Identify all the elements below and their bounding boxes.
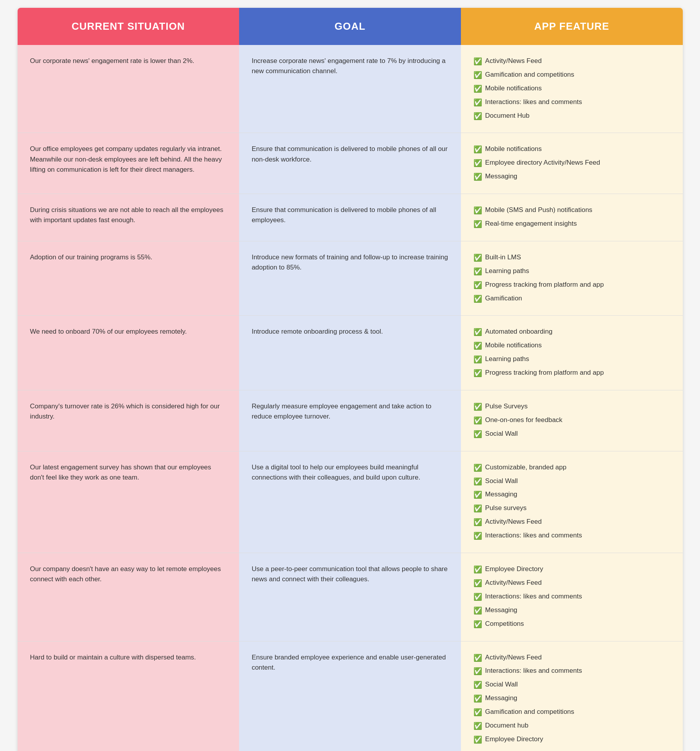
feature-item: ✅Document hub xyxy=(473,720,670,732)
table-row: Adoption of our training programs is 55%… xyxy=(18,241,683,316)
feature-label: Activity/News Feed xyxy=(485,652,542,663)
check-icon: ✅ xyxy=(473,463,482,474)
feature-label: Pulse surveys xyxy=(485,503,527,513)
cell-situation: Hard to build or maintain a culture with… xyxy=(18,641,239,751)
header-goal: GOAL xyxy=(239,8,461,45)
feature-label: Employee directory Activity/News Feed xyxy=(485,158,600,168)
feature-label: Messaging xyxy=(485,693,517,703)
check-icon: ✅ xyxy=(473,368,482,379)
check-icon: ✅ xyxy=(473,605,482,616)
cell-feature: ✅Pulse Surveys✅One-on-ones for feedback✅… xyxy=(461,390,683,451)
feature-item: ✅Learning paths xyxy=(473,266,670,277)
feature-label: Social Wall xyxy=(485,476,518,486)
feature-label: Gamification and competitions xyxy=(485,70,574,80)
check-icon: ✅ xyxy=(473,531,482,542)
feature-label: Mobile notifications xyxy=(485,144,542,154)
check-icon: ✅ xyxy=(473,666,482,677)
check-icon: ✅ xyxy=(473,144,482,155)
cell-situation: We need to onboard 70% of our employees … xyxy=(18,316,239,390)
feature-item: ✅One-on-ones for feedback xyxy=(473,415,670,426)
feature-item: ✅Interactions: likes and comments xyxy=(473,666,670,677)
cell-feature: ✅Automated onboarding✅Mobile notificatio… xyxy=(461,316,683,390)
feature-item: ✅Activity/News Feed xyxy=(473,56,670,67)
feature-label: Document hub xyxy=(485,720,529,731)
check-icon: ✅ xyxy=(473,619,482,630)
feature-label: Gamification and competitions xyxy=(485,707,574,717)
table-row: Our latest engagement survey has shown t… xyxy=(18,451,683,553)
check-icon: ✅ xyxy=(473,653,482,664)
header-current-situation: CURRENT SITUATION xyxy=(18,8,239,45)
cell-goal: Ensure branded employee experience and e… xyxy=(239,641,461,751)
feature-label: Messaging xyxy=(485,605,517,615)
feature-item: ✅Employee Directory xyxy=(473,564,670,575)
feature-label: Activity/News Feed xyxy=(485,517,542,527)
check-icon: ✅ xyxy=(473,70,482,81)
cell-feature: ✅Mobile (SMS and Push) notifications✅Rea… xyxy=(461,194,683,241)
feature-label: Employee Directory xyxy=(485,734,543,744)
feature-item: ✅Social Wall xyxy=(473,476,670,487)
feature-item: ✅Mobile (SMS and Push) notifications xyxy=(473,205,670,216)
feature-label: One-on-ones for feedback xyxy=(485,415,563,425)
feature-item: ✅Social Wall xyxy=(473,429,670,440)
feature-label: Mobile notifications xyxy=(485,83,542,93)
feature-label: Employee Directory xyxy=(485,564,543,574)
feature-label: Mobile notifications xyxy=(485,340,542,350)
feature-item: ✅Progress tracking from platform and app xyxy=(473,280,670,291)
feature-item: ✅Messaging xyxy=(473,489,670,501)
cell-goal: Ensure that communication is delivered t… xyxy=(239,194,461,241)
feature-label: Automated onboarding xyxy=(485,327,552,337)
table-row: Our office employees get company updates… xyxy=(18,133,683,194)
check-icon: ✅ xyxy=(473,402,482,413)
comparison-table: CURRENT SITUATION GOAL APP FEATURE Our c… xyxy=(18,8,683,751)
feature-item: ✅Learning paths xyxy=(473,354,670,365)
cell-situation: Our latest engagement survey has shown t… xyxy=(18,451,239,553)
feature-item: ✅Real-time engagement insights xyxy=(473,219,670,230)
check-icon: ✅ xyxy=(473,280,482,291)
feature-item: ✅Interactions: likes and comments xyxy=(473,97,670,108)
cell-goal: Introduce remote onboarding process & to… xyxy=(239,316,461,390)
feature-label: Interactions: likes and comments xyxy=(485,591,582,602)
cell-goal: Ensure that communication is delivered t… xyxy=(239,133,461,194)
check-icon: ✅ xyxy=(473,219,482,230)
check-icon: ✅ xyxy=(473,429,482,440)
feature-label: Messaging xyxy=(485,171,517,181)
feature-label: Activity/News Feed xyxy=(485,578,542,588)
check-icon: ✅ xyxy=(473,707,482,718)
feature-item: ✅Pulse surveys xyxy=(473,503,670,514)
check-icon: ✅ xyxy=(473,205,482,216)
feature-label: Competitions xyxy=(485,619,524,629)
check-icon: ✅ xyxy=(473,680,482,691)
feature-label: Gamification xyxy=(485,293,522,304)
check-icon: ✅ xyxy=(473,503,482,514)
feature-item: ✅Activity/News Feed xyxy=(473,578,670,589)
feature-item: ✅Messaging xyxy=(473,605,670,616)
check-icon: ✅ xyxy=(473,294,482,305)
feature-item: ✅Messaging xyxy=(473,171,670,183)
feature-item: ✅Mobile notifications xyxy=(473,83,670,95)
table-row: We need to onboard 70% of our employees … xyxy=(18,316,683,390)
check-icon: ✅ xyxy=(473,592,482,603)
check-icon: ✅ xyxy=(473,253,482,264)
check-icon: ✅ xyxy=(473,735,482,746)
feature-item: ✅Mobile notifications xyxy=(473,144,670,155)
check-icon: ✅ xyxy=(473,84,482,95)
check-icon: ✅ xyxy=(473,721,482,732)
check-icon: ✅ xyxy=(473,476,482,487)
check-icon: ✅ xyxy=(473,564,482,575)
cell-feature: ✅Built-in LMS✅Learning paths✅Progress tr… xyxy=(461,241,683,316)
cell-situation: Our company doesn't have an easy way to … xyxy=(18,553,239,641)
cell-situation: Adoption of our training programs is 55%… xyxy=(18,241,239,316)
cell-situation: Our corporate news' engagement rate is l… xyxy=(18,45,239,133)
check-icon: ✅ xyxy=(473,354,482,365)
feature-item: ✅Document Hub xyxy=(473,111,670,122)
check-icon: ✅ xyxy=(473,111,482,122)
check-icon: ✅ xyxy=(473,694,482,704)
feature-item: ✅Automated onboarding xyxy=(473,327,670,338)
feature-item: ✅Interactions: likes and comments xyxy=(473,591,670,603)
feature-label: Interactions: likes and comments xyxy=(485,97,582,107)
check-icon: ✅ xyxy=(473,327,482,338)
cell-goal: Use a peer-to-peer communication tool th… xyxy=(239,553,461,641)
feature-item: ✅Activity/News Feed xyxy=(473,652,670,664)
cell-situation: During crisis situations we are not able… xyxy=(18,194,239,241)
check-icon: ✅ xyxy=(473,266,482,277)
